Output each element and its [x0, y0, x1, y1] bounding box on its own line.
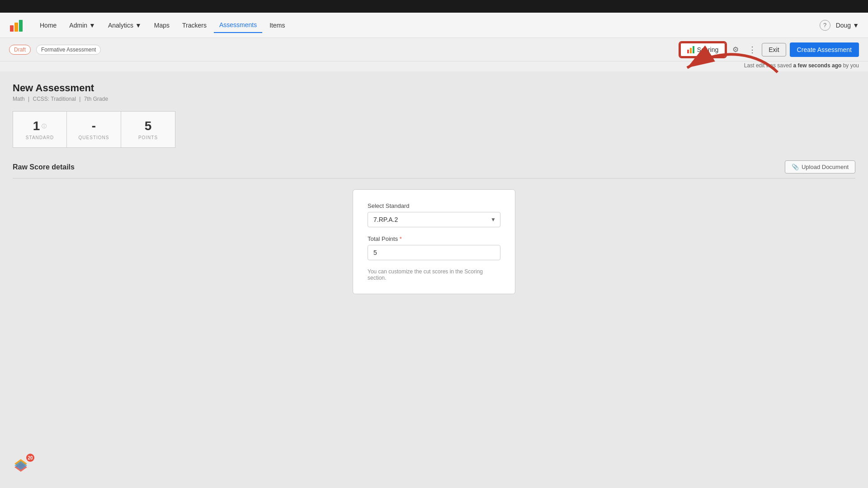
- select-standard-label: Select Standard: [368, 202, 500, 209]
- stats-row: 1 ⓘ STANDARD - QUESTIONS 5 POINTS: [13, 111, 855, 148]
- meta-sep2: |: [79, 96, 80, 102]
- questions-label: QUESTIONS: [79, 135, 109, 140]
- badge-inner: 20: [11, 455, 33, 477]
- badge-count: 20: [26, 454, 34, 462]
- meta-curriculum: CCSS: Traditional: [33, 96, 76, 102]
- nav-right: ? Doug ▼: [820, 20, 859, 31]
- scoring-bars-icon: [687, 46, 694, 53]
- more-options-icon[interactable]: ⋮: [745, 43, 758, 56]
- bar1: [687, 50, 689, 53]
- last-saved-bar: Last edit was saved a few seconds ago by…: [0, 61, 868, 71]
- nav-items[interactable]: Items: [264, 18, 290, 33]
- exit-button[interactable]: Exit: [762, 43, 786, 56]
- upload-icon: 📎: [792, 164, 799, 170]
- total-points-input[interactable]: [368, 245, 500, 260]
- nav-admin[interactable]: Admin ▼: [64, 18, 101, 33]
- last-saved-time: a few seconds ago: [793, 62, 842, 69]
- meta-sep1: |: [28, 96, 29, 102]
- required-marker: *: [400, 235, 402, 242]
- logo[interactable]: [9, 18, 24, 33]
- total-points-group: Total Points *: [368, 235, 500, 260]
- select-standard-group: Select Standard 7.RP.A.2 ▼: [368, 202, 500, 227]
- svg-rect-1: [14, 23, 18, 32]
- svg-rect-0: [10, 25, 14, 32]
- points-count: 5: [145, 119, 152, 133]
- toolbar: Draft Formative Assessment Scoring ⚙ ⋮ E…: [0, 38, 868, 61]
- bottom-notification-badge[interactable]: 20: [11, 455, 33, 477]
- create-assessment-button[interactable]: Create Assessment: [790, 42, 859, 57]
- user-name: Doug: [836, 22, 851, 29]
- meta-subject: Math: [13, 96, 25, 102]
- nav-links: Home Admin ▼ Analytics ▼ Maps Trackers A…: [34, 18, 820, 33]
- bar3: [693, 46, 694, 53]
- nav-maps[interactable]: Maps: [149, 18, 175, 33]
- assessment-meta: Math | CCSS: Traditional | 7th Grade: [13, 96, 855, 102]
- standard-info-icon[interactable]: ⓘ: [42, 123, 47, 130]
- raw-score-title: Raw Score details: [13, 163, 75, 171]
- navbar: Home Admin ▼ Analytics ▼ Maps Trackers A…: [0, 13, 868, 38]
- toolbar-right: Scoring ⚙ ⋮ Exit Create Assessment: [680, 42, 859, 57]
- form-hint: You can customize the cut scores in the …: [368, 268, 500, 281]
- standard-count: 1: [33, 119, 40, 133]
- formative-badge[interactable]: Formative Assessment: [36, 45, 101, 55]
- last-saved-prefix: Last edit was saved: [744, 62, 793, 69]
- stat-questions: - QUESTIONS: [67, 111, 121, 148]
- last-saved-suffix: by you: [841, 62, 859, 69]
- settings-icon[interactable]: ⚙: [729, 43, 742, 56]
- nav-home[interactable]: Home: [34, 18, 62, 33]
- form-card: Select Standard 7.RP.A.2 ▼ Total Points …: [353, 189, 515, 294]
- nav-trackers[interactable]: Trackers: [177, 18, 212, 33]
- scoring-button[interactable]: Scoring: [680, 42, 726, 57]
- upload-document-button[interactable]: 📎 Upload Document: [785, 160, 855, 174]
- main-content: New Assessment Math | CCSS: Traditional …: [0, 71, 868, 305]
- points-label: POINTS: [138, 135, 158, 140]
- standard-select[interactable]: 7.RP.A.2: [368, 212, 500, 227]
- meta-grade: 7th Grade: [84, 96, 108, 102]
- svg-rect-2: [19, 20, 23, 32]
- standard-label: STANDARD: [26, 135, 54, 140]
- assessment-title: New Assessment: [13, 82, 855, 94]
- top-bar: [0, 0, 868, 13]
- standard-select-wrapper: 7.RP.A.2 ▼: [368, 212, 500, 227]
- nav-assessments[interactable]: Assessments: [214, 18, 262, 33]
- stat-standard: 1 ⓘ STANDARD: [13, 111, 67, 148]
- questions-count: -: [92, 119, 96, 133]
- raw-score-section-header: Raw Score details 📎 Upload Document: [13, 160, 855, 178]
- scoring-label: Scoring: [697, 46, 718, 53]
- user-menu[interactable]: Doug ▼: [836, 22, 859, 29]
- bar2: [690, 48, 692, 53]
- help-icon[interactable]: ?: [820, 20, 830, 31]
- nav-analytics[interactable]: Analytics ▼: [103, 18, 147, 33]
- draft-badge[interactable]: Draft: [9, 45, 31, 55]
- upload-label: Upload Document: [802, 164, 849, 170]
- user-dropdown-icon: ▼: [853, 22, 859, 29]
- total-points-label: Total Points *: [368, 235, 500, 242]
- stat-points: 5 POINTS: [121, 111, 175, 148]
